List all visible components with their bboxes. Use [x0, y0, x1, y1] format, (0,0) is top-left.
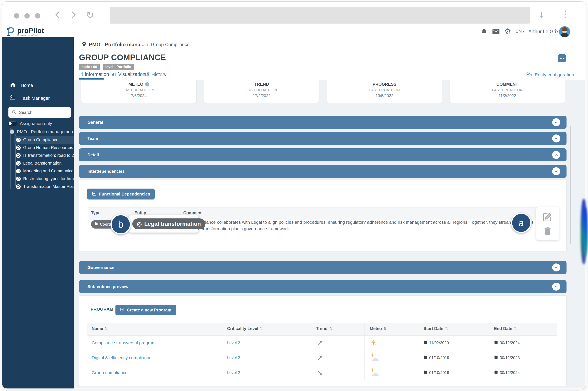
chevron-up-icon[interactable] [552, 264, 560, 272]
download-icon[interactable]: ↓ [539, 8, 544, 20]
plus-square-icon [120, 307, 124, 313]
calendar-icon [494, 340, 498, 345]
meteo-cell: ☀ ☀☁ [370, 350, 380, 365]
bell-icon[interactable] [481, 28, 487, 36]
tree-item-restructuring-types[interactable]: Restructuring types for firms [14, 175, 74, 183]
tree-item-legal-transformation[interactable]: Legal transformation [14, 159, 74, 167]
gear-icon[interactable]: ⚙ [504, 27, 511, 36]
sort-icon[interactable]: ⇅ [514, 326, 517, 331]
section-label: Detail [87, 148, 99, 161]
chevron-down-icon[interactable] [552, 167, 560, 175]
section-label: Sub-entities preview [87, 280, 129, 293]
sort-icon[interactable]: ⇅ [105, 326, 108, 331]
column-header-trend[interactable]: Trend ⇅ [316, 326, 332, 331]
more-actions-button[interactable]: ... [558, 54, 566, 62]
section-general[interactable]: General [79, 116, 567, 129]
browser-toolbar: ↻ ↓ ⋮ [2, 2, 586, 26]
program-link[interactable]: Group compliance [92, 370, 128, 375]
chevron-up-icon[interactable] [552, 134, 560, 142]
back-icon[interactable] [53, 10, 62, 20]
user-name[interactable]: Arthur Le Grix [528, 29, 559, 34]
tab-information[interactable]: i Information [81, 71, 109, 78]
column-header-meteo[interactable]: Meteo ⇅ [370, 326, 387, 331]
start-date-cell: 01/10/2019 [424, 350, 449, 365]
sort-icon[interactable]: ⇅ [260, 326, 263, 331]
column-header-type[interactable]: Type [91, 210, 101, 215]
progress-card: PROGRESS LAST UPDATE ON 13/5/2022 [327, 80, 442, 103]
sort-icon[interactable]: ⇅ [384, 326, 387, 331]
search-icon [11, 109, 16, 115]
history-icon: ↺ [145, 71, 149, 78]
menu-kebab-icon[interactable]: ⋮ [561, 9, 570, 19]
sidebar: Home Task Manager Assignation only PMO -… [2, 37, 74, 389]
tab-visualization[interactable]: Visualization [111, 71, 145, 78]
section-team[interactable]: Team [79, 132, 567, 145]
chevron-down-icon[interactable] [552, 283, 560, 291]
column-label: End Date [494, 326, 512, 331]
tree-item-marketing-communication[interactable]: Marketing and Communicati... [14, 167, 74, 175]
functional-dependencies-button[interactable]: Functional Dependencies [87, 189, 155, 199]
window-control-dot[interactable] [35, 13, 40, 18]
brand-logo: proPilot Powered by eFakto [5, 27, 44, 37]
last-update-date: 7/6/2024 [81, 94, 196, 98]
brand-name: proPilot [17, 28, 44, 34]
program-link[interactable]: Digital & efficiency compliance [92, 355, 151, 360]
info-icon[interactable]: i [145, 82, 149, 87]
search-box[interactable] [8, 107, 71, 118]
language-selector[interactable]: EN ▾ [515, 29, 525, 34]
program-link[interactable]: Compliance transversal program [92, 340, 155, 345]
section-interdependencies[interactable]: Interdependencies [79, 165, 567, 178]
column-header-comment[interactable]: Comment [183, 210, 203, 215]
last-update-label: LAST UPDATE ON [327, 88, 442, 92]
sort-icon[interactable]: ⇅ [445, 326, 448, 331]
section-sub-entities-preview[interactable]: Sub-entities preview [79, 280, 567, 293]
column-header-start-date[interactable]: Start Date ⇅ [424, 326, 448, 331]
assignation-toggle[interactable] [8, 121, 17, 126]
breadcrumb-parent[interactable]: PMO - Portfolio mana... [89, 42, 145, 48]
last-update-label: LAST UPDATE ON [204, 88, 319, 92]
tree-item-transformation-master-plan[interactable]: Transformation Master Plan -... [14, 183, 74, 191]
card-title: TREND [255, 82, 269, 87]
last-update-date: 17/2/2022 [204, 94, 319, 98]
refresh-icon[interactable]: ↻ [86, 9, 94, 21]
window-control-dot[interactable] [24, 13, 30, 18]
column-header-criticality-level[interactable]: Criticality Level ⇅ [227, 326, 263, 331]
entity-icon [16, 138, 21, 142]
breadcrumb-current: Group Compliance [151, 42, 189, 47]
trash-icon[interactable] [543, 226, 552, 236]
avatar[interactable] [559, 26, 571, 38]
mail-icon[interactable] [492, 29, 500, 36]
section-detail[interactable]: Detail [79, 148, 567, 161]
tree-root-pmo-portfolio-management[interactable]: PMO - Portfolio management [10, 129, 73, 134]
section-gouvernance[interactable]: Gouvernance [79, 261, 567, 274]
sidebar-item-home[interactable]: Home [10, 82, 33, 89]
forward-icon[interactable] [69, 10, 78, 20]
column-header-end-date[interactable]: End Date ⇅ [494, 326, 517, 331]
column-header-entity[interactable]: Entity [135, 210, 146, 215]
entity-icon [16, 184, 21, 189]
tree-item-label: IT transformation: road to 20... [23, 153, 74, 158]
tree-item-it-transformation[interactable]: IT transformation: road to 20... [14, 152, 74, 159]
edit-icon[interactable] [542, 212, 552, 223]
chevron-up-icon[interactable] [552, 118, 560, 126]
sidebar-item-task-manager[interactable]: Task Manager [9, 95, 50, 102]
search-input[interactable] [18, 110, 61, 115]
propilot-logo-icon [5, 27, 15, 37]
active-tab-underline [79, 78, 104, 80]
address-bar[interactable] [110, 7, 530, 24]
assignation-label: Assignation only [20, 121, 52, 126]
tree-item-group-compliance[interactable]: Group Compliance [14, 136, 74, 144]
entity-pill-legal-transformation[interactable]: ◎ Legal transformation [132, 218, 205, 229]
entity-configuration-link[interactable]: ⚙ ⚙ Entity configuration [526, 72, 574, 78]
sort-icon[interactable]: ⇅ [329, 326, 332, 331]
window-control-dot[interactable] [14, 13, 19, 18]
tree-item-group-human-ressources[interactable]: Group Human Ressources [14, 144, 74, 152]
column-header-name[interactable]: Name ⇅ [92, 326, 108, 331]
scrollbar[interactable] [570, 126, 571, 244]
create-program-button[interactable]: Create a new Program [116, 305, 176, 315]
last-update-date: 13/5/2022 [327, 94, 442, 98]
chevron-up-icon[interactable] [552, 151, 560, 159]
card-title: METEO [128, 82, 143, 87]
language-label: EN [515, 29, 522, 34]
tab-history[interactable]: ↺ History [145, 71, 166, 78]
